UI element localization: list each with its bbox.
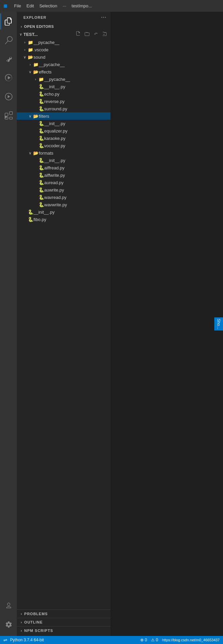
tree-item-effects[interactable]: ∨ 📂 effects <box>17 68 110 75</box>
activity-bar-bottom <box>0 598 16 636</box>
tree-item-init4[interactable]: › 🐍 __init__.py <box>17 208 110 216</box>
auwrite-label: auwrite.py <box>44 187 64 193</box>
python-icon: 🐍 <box>38 128 44 133</box>
python-icon: 🐍 <box>27 217 33 222</box>
vscode-label: .vscode <box>33 47 49 52</box>
workspace-name: TEST... <box>23 32 75 37</box>
python-icon: 🐍 <box>38 99 44 104</box>
tree-item-sound[interactable]: ∨ 📂 sound <box>17 53 110 61</box>
activity-search[interactable] <box>0 32 16 48</box>
open-editors-section[interactable]: › OPEN EDITORS <box>17 23 110 30</box>
python-icon: 🐍 <box>38 180 44 185</box>
init2-label: __init__.py <box>44 121 65 126</box>
explorer-more-icon[interactable]: ··· <box>101 14 106 20</box>
activity-remote-explorer[interactable] <box>0 89 16 105</box>
show-button[interactable]: Sho... <box>214 317 223 330</box>
activity-extensions[interactable] <box>0 107 16 123</box>
explorer-label: EXPLORER <box>23 15 47 19</box>
fibo-label: fibo.py <box>33 217 46 222</box>
content-area: Sho... <box>110 12 223 636</box>
new-file-icon[interactable] <box>75 31 82 38</box>
errors-count[interactable]: ⊗ 0 <box>140 638 147 642</box>
tree-item-vscode[interactable]: › 📁 .vscode <box>17 46 110 53</box>
folder-icon: 📁 <box>27 47 33 52</box>
tree-item-equalizer[interactable]: › 🐍 equalizer.py <box>17 127 110 135</box>
activity-source-control[interactable] <box>0 51 16 67</box>
warnings-count[interactable]: ⚠ 0 <box>151 638 158 642</box>
folder-open-icon: 📂 <box>33 151 39 156</box>
python-icon: 🐍 <box>38 84 44 89</box>
sidebar: EXPLORER ··· › OPEN EDITORS ∨ TEST... <box>17 12 110 636</box>
outline-chevron: › <box>21 621 22 624</box>
activity-settings[interactable] <box>0 616 16 633</box>
activity-accounts[interactable] <box>0 598 16 614</box>
aiffread-label: aiffread.py <box>44 165 64 170</box>
workspace-header[interactable]: ∨ TEST... <box>17 30 110 39</box>
tree-item-init1[interactable]: › 🐍 __init__.py <box>17 83 110 90</box>
bottom-sections: › PROBLEMS › OUTLINE › NPM SCRIPTS <box>17 608 110 636</box>
tree-item-init2[interactable]: › 🐍 __init__.py <box>17 120 110 127</box>
menu-dots[interactable]: ··· <box>63 3 66 8</box>
python-icon: 🐍 <box>38 165 44 170</box>
tree-item-aiffread[interactable]: › 🐍 aiffread.py <box>17 164 110 171</box>
tree-item-fibo[interactable]: › 🐍 fibo.py <box>17 216 110 223</box>
outline-section[interactable]: › OUTLINE <box>17 618 110 626</box>
activity-explorer[interactable] <box>0 13 16 30</box>
chevron-down-icon: ∨ <box>22 55 27 59</box>
npm-scripts-section[interactable]: › NPM SCRIPTS <box>17 626 110 635</box>
tree-item-wavread[interactable]: › 🐍 wavread.py <box>17 194 110 201</box>
python-icon: 🐍 <box>38 195 44 200</box>
tree-item-karaoke[interactable]: › 🐍 karaoke.py <box>17 135 110 142</box>
explorer-header: EXPLORER ··· <box>17 12 110 23</box>
python-icon: 🐍 <box>27 209 33 215</box>
python-icon: 🐍 <box>38 91 44 97</box>
folder-open-icon: 📂 <box>33 69 39 74</box>
tree-item-init3[interactable]: › 🐍 __init__.py <box>17 157 110 164</box>
tree-item-filters[interactable]: ∨ 📂 filters <box>17 112 110 120</box>
menu-file[interactable]: File <box>14 3 21 8</box>
tree-item-pycache1[interactable]: › 📁 __pycache__ <box>17 39 110 46</box>
workspace-chevron: ∨ <box>19 32 22 37</box>
tree-item-surround[interactable]: › 🐍 surround.py <box>17 105 110 112</box>
tree-item-auwrite[interactable]: › 🐍 auwrite.py <box>17 186 110 194</box>
reverse-label: reverse.py <box>44 99 65 104</box>
activity-run-debug[interactable] <box>0 70 16 86</box>
equalizer-label: equalizer.py <box>44 128 67 133</box>
csdn-link[interactable]: https://blog.csdn.net/m0_46653437 <box>162 638 220 642</box>
open-editors-chevron: › <box>21 25 22 29</box>
menu-edit[interactable]: Edit <box>26 3 34 8</box>
tree-item-wavwrite[interactable]: › 🐍 wavwrite.py <box>17 201 110 208</box>
title-bar: ■ File Edit Selection ··· testImpo... <box>0 0 223 12</box>
python-icon: 🐍 <box>38 136 44 141</box>
chevron-down-icon: ∨ <box>27 114 33 118</box>
filters-label: filters <box>39 114 49 119</box>
python-icon: 🐍 <box>38 172 44 178</box>
status-right: ⊗ 0 ⚠ 0 https://blog.csdn.net/m0_4665343… <box>140 638 220 642</box>
tree-item-auread[interactable]: › 🐍 auread.py <box>17 179 110 186</box>
collapse-all-icon[interactable] <box>101 31 108 38</box>
tree-item-reverse[interactable]: › 🐍 reverse.py <box>17 98 110 105</box>
activity-bar <box>0 12 17 636</box>
python-version[interactable]: Python 3.7.4 64-bit <box>10 638 44 642</box>
remote-icon[interactable]: ⇌ <box>3 637 7 643</box>
python-icon: 🐍 <box>38 202 44 207</box>
menu-selection[interactable]: Selection <box>39 3 57 8</box>
tree-item-formats[interactable]: ∨ 📂 formats <box>17 149 110 157</box>
tree-item-aiffwrite[interactable]: › 🐍 aiffwrite.py <box>17 171 110 179</box>
folder-icon: 📁 <box>27 40 33 45</box>
problems-section[interactable]: › PROBLEMS <box>17 609 110 618</box>
problems-chevron: › <box>21 612 22 616</box>
new-folder-icon[interactable] <box>84 31 90 38</box>
tree-item-vocoder[interactable]: › 🐍 vocoder.py <box>17 142 110 149</box>
folder-icon: 📁 <box>33 62 39 67</box>
chevron-right-icon: › <box>22 48 27 52</box>
python-icon: 🐍 <box>38 106 44 111</box>
tree-item-echo[interactable]: › 🐍 echo.py <box>17 90 110 98</box>
tree-item-pycache2[interactable]: › 📁 __pycache__ <box>17 61 110 68</box>
chevron-down-icon: ∨ <box>27 151 33 155</box>
auread-label: auread.py <box>44 180 64 185</box>
tree-item-pycache3[interactable]: › 📁 __pycache__ <box>17 75 110 83</box>
wavwrite-label: wavwrite.py <box>44 202 67 207</box>
refresh-icon[interactable] <box>92 31 99 38</box>
npm-scripts-label: NPM SCRIPTS <box>24 629 53 633</box>
